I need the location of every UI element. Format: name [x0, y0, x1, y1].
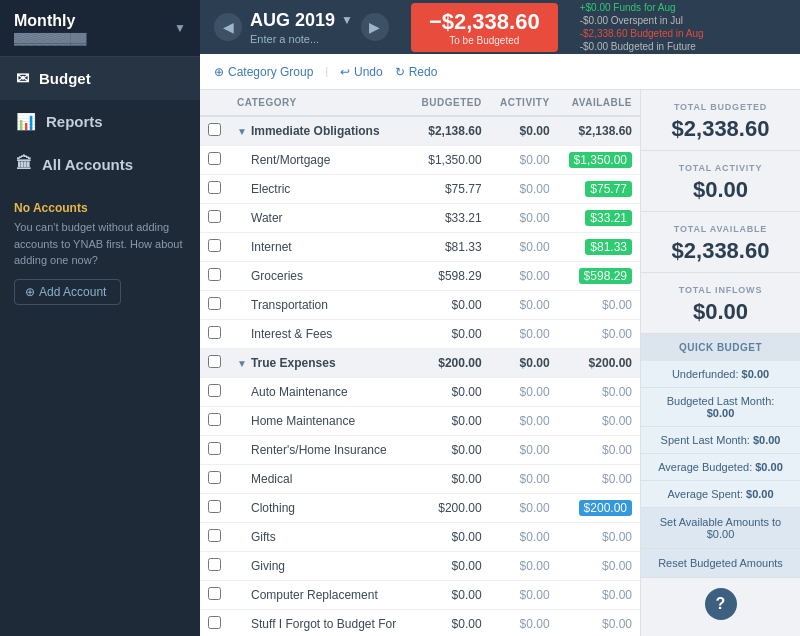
col-budgeted: BUDGETED	[411, 90, 490, 116]
qb-value: $0.00	[753, 434, 781, 446]
budget-amount: −$2,338.60	[429, 9, 540, 35]
item-budgeted[interactable]: $0.00	[411, 436, 490, 465]
item-check[interactable]	[200, 175, 229, 204]
item-check[interactable]	[200, 552, 229, 581]
group-budgeted: $2,138.60	[411, 116, 490, 146]
quick-budget-item[interactable]: Underfunded: $0.00	[641, 361, 800, 388]
item-budgeted[interactable]: $200.00	[411, 494, 490, 523]
item-budgeted[interactable]: $81.33	[411, 233, 490, 262]
next-month-button[interactable]: ▶	[361, 13, 389, 41]
total-budgeted-label: TOTAL BUDGETED	[653, 102, 788, 112]
add-account-button[interactable]: ⊕ Add Account	[14, 279, 121, 305]
item-budgeted[interactable]: $0.00	[411, 378, 490, 407]
redo-button[interactable]: ↻ Redo	[395, 65, 438, 79]
item-available: $0.00	[558, 291, 640, 320]
funds-aug: +$0.00 Funds for Aug	[580, 2, 704, 13]
item-activity: $0.00	[490, 146, 558, 175]
table-row: Water $33.21 $0.00 $33.21	[200, 204, 640, 233]
qb-value: $0.00	[707, 407, 735, 419]
plus-category-icon: ⊕	[214, 65, 224, 79]
item-check[interactable]	[200, 291, 229, 320]
item-budgeted[interactable]: $33.21	[411, 204, 490, 233]
item-available: $1,350.00	[558, 146, 640, 175]
available-value: $0.00	[602, 588, 632, 602]
table-group-row[interactable]: ▼True Expenses $200.00 $0.00 $200.00	[200, 349, 640, 378]
item-budgeted[interactable]: $75.77	[411, 175, 490, 204]
item-budgeted[interactable]: $0.00	[411, 552, 490, 581]
item-check[interactable]	[200, 581, 229, 610]
month-nav: ◀ AUG 2019 ▼ Enter a note... ▶	[214, 10, 389, 45]
group-available: $200.00	[558, 349, 640, 378]
overspent-jul: -$0.00 Overspent in Jul	[580, 15, 704, 26]
quick-budget-header: QUICK BUDGET	[641, 334, 800, 361]
item-budgeted[interactable]: $0.00	[411, 581, 490, 610]
item-check[interactable]	[200, 233, 229, 262]
item-available: $75.77	[558, 175, 640, 204]
item-name: Water	[229, 204, 411, 233]
quick-budget-item[interactable]: Spent Last Month: $0.00	[641, 427, 800, 454]
month-year: AUG 2019 ▼	[250, 10, 353, 31]
available-value: $0.00	[602, 327, 632, 341]
item-available: $0.00	[558, 320, 640, 349]
total-inflows-label: TOTAL INFLOWS	[653, 285, 788, 295]
quick-budget-item[interactable]: Average Budgeted: $0.00	[641, 454, 800, 481]
item-budgeted[interactable]: $0.00	[411, 523, 490, 552]
budget-sublabel: To be Budgeted	[429, 35, 540, 46]
note-field[interactable]: Enter a note...	[250, 33, 353, 45]
category-group-button[interactable]: ⊕ Category Group	[214, 65, 313, 79]
quick-budget-item[interactable]: Budgeted Last Month: $0.00	[641, 388, 800, 427]
item-check[interactable]	[200, 407, 229, 436]
table-row: Interest & Fees $0.00 $0.00 $0.00	[200, 320, 640, 349]
item-activity: $0.00	[490, 175, 558, 204]
item-check[interactable]	[200, 436, 229, 465]
item-available: $81.33	[558, 233, 640, 262]
item-name: Electric	[229, 175, 411, 204]
item-name: Transportation	[229, 291, 411, 320]
budget-selector[interactable]: Monthly ▓▓▓▓▓▓▓▓▓ ▼	[0, 0, 200, 57]
group-check[interactable]	[200, 349, 229, 378]
reset-budgeted-button[interactable]: Reset Budgeted Amounts	[641, 549, 800, 578]
item-name: Internet	[229, 233, 411, 262]
item-check[interactable]	[200, 262, 229, 291]
item-budgeted[interactable]: $0.00	[411, 465, 490, 494]
item-budgeted[interactable]: $0.00	[411, 407, 490, 436]
table-body: ▼Immediate Obligations $2,138.60 $0.00 $…	[200, 116, 640, 636]
help-button[interactable]: ?	[705, 588, 737, 620]
item-budgeted[interactable]: $1,350.00	[411, 146, 490, 175]
item-budgeted[interactable]: $598.29	[411, 262, 490, 291]
item-check[interactable]	[200, 378, 229, 407]
quick-budget-item[interactable]: Average Spent: $0.00	[641, 481, 800, 508]
set-available-button[interactable]: Set Available Amounts to $0.00	[641, 508, 800, 549]
prev-month-button[interactable]: ◀	[214, 13, 242, 41]
item-check[interactable]	[200, 610, 229, 637]
item-name: Computer Replacement	[229, 581, 411, 610]
redo-label: Redo	[409, 65, 438, 79]
table-group-row[interactable]: ▼Immediate Obligations $2,138.60 $0.00 $…	[200, 116, 640, 146]
item-check[interactable]	[200, 523, 229, 552]
sidebar-item-accounts[interactable]: 🏛 All Accounts	[0, 143, 200, 185]
item-budgeted[interactable]: $0.00	[411, 610, 490, 637]
item-budgeted[interactable]: $0.00	[411, 291, 490, 320]
item-available: $0.00	[558, 610, 640, 637]
item-check[interactable]	[200, 204, 229, 233]
item-check[interactable]	[200, 320, 229, 349]
item-available: $200.00	[558, 494, 640, 523]
group-activity: $0.00	[490, 116, 558, 146]
item-budgeted[interactable]: $0.00	[411, 320, 490, 349]
undo-button[interactable]: ↩ Undo	[340, 65, 383, 79]
available-value: $1,350.00	[569, 152, 632, 168]
item-activity: $0.00	[490, 552, 558, 581]
sidebar-item-budget[interactable]: ✉ Budget	[0, 57, 200, 100]
group-check[interactable]	[200, 116, 229, 146]
no-accounts-title: No Accounts	[14, 201, 186, 215]
item-check[interactable]	[200, 494, 229, 523]
accounts-icon: 🏛	[16, 155, 32, 173]
item-activity: $0.00	[490, 291, 558, 320]
sidebar-item-reports[interactable]: 📊 Reports	[0, 100, 200, 143]
table-row: Computer Replacement $0.00 $0.00 $0.00	[200, 581, 640, 610]
budget-table: CATEGORY BUDGETED ACTIVITY AVAILABLE ▼Im…	[200, 90, 640, 636]
item-activity: $0.00	[490, 581, 558, 610]
group-name: ▼True Expenses	[229, 349, 411, 378]
item-check[interactable]	[200, 465, 229, 494]
item-check[interactable]	[200, 146, 229, 175]
